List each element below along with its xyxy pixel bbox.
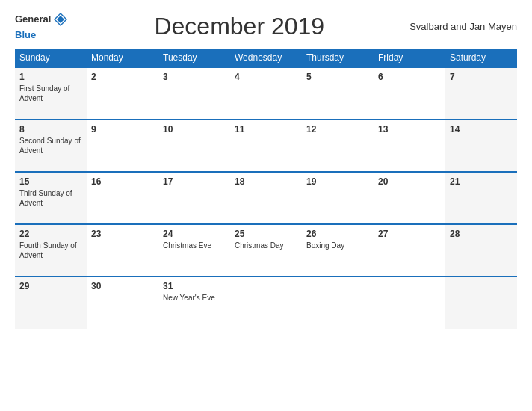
day-cell: 7: [445, 67, 517, 120]
day-number: 1: [19, 72, 82, 82]
day-cell: 25Christmas Day: [230, 224, 302, 276]
day-number: 8: [19, 124, 82, 135]
day-number: 31: [163, 281, 226, 291]
day-cell: [302, 276, 374, 329]
day-cell: 30: [87, 276, 158, 329]
day-number: 22: [19, 229, 82, 239]
weekday-header-row: Sunday Monday Tuesday Wednesday Thursday…: [15, 49, 517, 67]
event-label: Christmas Day: [235, 241, 297, 250]
region-label: Svalbard and Jan Mayen: [409, 21, 517, 32]
logo-text: General Blue: [15, 11, 69, 41]
day-cell: 26Boxing Day: [302, 224, 374, 276]
day-cell: 27: [374, 224, 445, 276]
header-monday: Monday: [87, 49, 158, 67]
day-cell: 11: [230, 120, 302, 172]
event-label: Boxing Day: [306, 241, 369, 250]
day-cell: [445, 276, 517, 329]
header-thursday: Thursday: [302, 49, 374, 67]
day-number: 16: [91, 176, 154, 187]
event-label: Fourth Sunday of Advent: [19, 241, 82, 260]
day-number: 21: [450, 176, 513, 187]
header-tuesday: Tuesday: [158, 49, 230, 67]
day-number: 5: [306, 72, 369, 82]
day-number: 30: [91, 281, 154, 291]
logo-blue: Blue: [15, 29, 36, 40]
event-label: First Sunday of Advent: [19, 84, 82, 103]
day-number: 4: [235, 72, 297, 82]
week-row-4: 293031New Year's Eve: [15, 276, 517, 329]
day-cell: [374, 276, 445, 329]
day-number: 7: [450, 72, 513, 82]
day-number: 18: [235, 176, 297, 187]
day-cell: 2: [87, 67, 158, 120]
day-number: 20: [378, 176, 441, 187]
day-cell: 19: [302, 172, 374, 224]
day-number: 12: [306, 124, 369, 135]
day-cell: 15Third Sunday of Advent: [15, 172, 87, 224]
day-cell: 5: [302, 67, 374, 120]
day-cell: 10: [158, 120, 230, 172]
day-cell: 13: [374, 120, 445, 172]
calendar-table: Sunday Monday Tuesday Wednesday Thursday…: [15, 49, 517, 329]
week-row-0: 1First Sunday of Advent234567: [15, 67, 517, 120]
day-number: 17: [163, 176, 226, 187]
day-number: 29: [19, 281, 82, 291]
day-cell: 12: [302, 120, 374, 172]
day-cell: 4: [230, 67, 302, 120]
day-cell: 8Second Sunday of Advent: [15, 120, 87, 172]
header-saturday: Saturday: [445, 49, 517, 67]
event-label: New Year's Eve: [163, 293, 226, 303]
day-cell: 3: [158, 67, 230, 120]
day-number: 19: [306, 176, 369, 187]
week-row-3: 22Fourth Sunday of Advent2324Christmas E…: [15, 224, 517, 276]
day-cell: [230, 276, 302, 329]
day-number: 13: [378, 124, 441, 135]
logo-general: General: [15, 14, 51, 25]
day-number: 25: [235, 229, 297, 239]
day-number: 9: [91, 124, 154, 135]
day-cell: 31New Year's Eve: [158, 276, 230, 329]
day-number: 3: [163, 72, 226, 82]
day-cell: 1First Sunday of Advent: [15, 67, 87, 120]
day-number: 10: [163, 124, 226, 135]
day-cell: 28: [445, 224, 517, 276]
event-label: Third Sunday of Advent: [19, 188, 82, 208]
day-cell: 20: [374, 172, 445, 224]
logo: General Blue: [15, 11, 69, 41]
header: General Blue December 2019 Svalbard and …: [15, 11, 517, 41]
day-cell: 22Fourth Sunday of Advent: [15, 224, 87, 276]
day-cell: 21: [445, 172, 517, 224]
day-cell: 24Christmas Eve: [158, 224, 230, 276]
day-cell: 29: [15, 276, 87, 329]
day-cell: 14: [445, 120, 517, 172]
header-wednesday: Wednesday: [230, 49, 302, 67]
day-number: 26: [306, 229, 369, 239]
day-cell: 17: [158, 172, 230, 224]
day-number: 27: [378, 229, 441, 239]
day-number: 14: [450, 124, 513, 135]
day-number: 23: [91, 229, 154, 239]
day-cell: 23: [87, 224, 158, 276]
day-number: 6: [378, 72, 441, 82]
month-title: December 2019: [154, 13, 324, 40]
week-row-2: 15Third Sunday of Advent161718192021: [15, 172, 517, 224]
day-number: 11: [235, 124, 297, 135]
day-number: 2: [91, 72, 154, 82]
logo-flag-icon: [52, 11, 69, 28]
day-cell: 16: [87, 172, 158, 224]
week-row-1: 8Second Sunday of Advent91011121314: [15, 120, 517, 172]
event-label: Christmas Eve: [163, 241, 226, 250]
day-number: 28: [450, 229, 513, 239]
day-number: 15: [19, 176, 82, 187]
day-cell: 9: [87, 120, 158, 172]
event-label: Second Sunday of Advent: [19, 136, 82, 155]
header-sunday: Sunday: [15, 49, 87, 67]
day-number: 24: [163, 229, 226, 239]
header-friday: Friday: [374, 49, 445, 67]
day-cell: 6: [374, 67, 445, 120]
calendar-page: General Blue December 2019 Svalbard and …: [0, 0, 532, 411]
day-cell: 18: [230, 172, 302, 224]
